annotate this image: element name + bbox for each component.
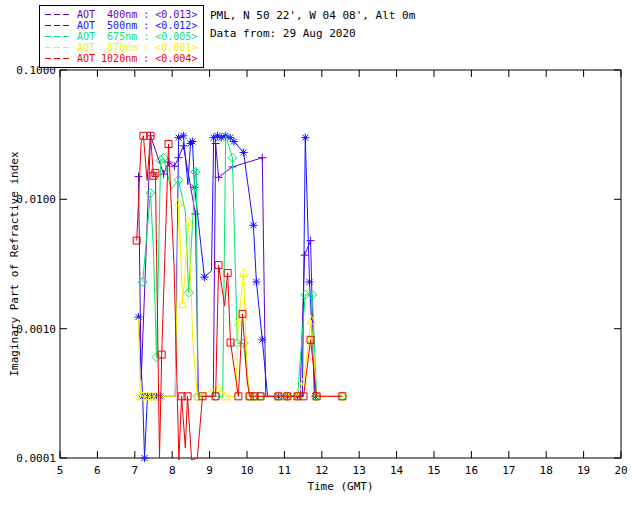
- svg-text:18: 18: [540, 464, 553, 477]
- header-date: Data from: 29 Aug 2020: [210, 25, 415, 43]
- aeronet-refractive-index-plot: AOT 400nm : <0.013>AOT 500nm : <0.012>AO…: [0, 0, 640, 512]
- legend-label-675nm: AOT 675nm : <0.005>: [77, 31, 197, 42]
- series-870nm: [136, 198, 346, 400]
- svg-text:6: 6: [94, 464, 101, 477]
- header-location: PML, N 50 22', W 04 08', Alt 0m: [210, 7, 415, 25]
- series-line-500nm: [139, 136, 316, 458]
- svg-text:0.0001: 0.0001: [16, 452, 56, 465]
- chart-svg: 5678910111213141516171819200.10000.01000…: [0, 0, 640, 512]
- svg-text:0.0010: 0.0010: [16, 323, 56, 336]
- legend-dash-swatch-870nm: [45, 47, 72, 48]
- svg-text:15: 15: [427, 464, 440, 477]
- x-axis-title: Time (GMT): [307, 480, 373, 493]
- svg-text:12: 12: [315, 464, 328, 477]
- svg-text:8: 8: [169, 464, 176, 477]
- y-axis-title: Imaginary Part of Refractive index: [8, 151, 21, 377]
- svg-text:7: 7: [131, 464, 138, 477]
- legend-item-400nm: AOT 400nm : <0.013>: [45, 9, 197, 20]
- legend-dash-swatch-500nm: [45, 25, 72, 26]
- series-500nm: [135, 132, 320, 462]
- svg-text:13: 13: [353, 464, 366, 477]
- svg-text:19: 19: [577, 464, 590, 477]
- svg-text:11: 11: [278, 464, 291, 477]
- legend-item-500nm: AOT 500nm : <0.012>: [45, 20, 197, 31]
- svg-text:5: 5: [57, 464, 64, 477]
- svg-text:0.0100: 0.0100: [16, 193, 56, 206]
- y-axis-tick-labels: 0.10000.01000.00100.0001: [16, 64, 56, 465]
- series-1020nm: [133, 132, 346, 460]
- svg-text:16: 16: [465, 464, 478, 477]
- legend-box: AOT 400nm : <0.013>AOT 500nm : <0.012>AO…: [39, 5, 204, 68]
- legend-dash-swatch-400nm: [45, 14, 72, 15]
- legend-label-870nm: AOT 870nm : <0.001>: [77, 42, 197, 53]
- svg-text:14: 14: [390, 464, 404, 477]
- svg-text:9: 9: [206, 464, 213, 477]
- legend-dash-swatch-1020nm: [45, 58, 72, 59]
- legend-label-400nm: AOT 400nm : <0.013>: [77, 9, 197, 20]
- svg-text:17: 17: [502, 464, 515, 477]
- legend-dash-swatch-675nm: [45, 36, 72, 37]
- legend-label-500nm: AOT 500nm : <0.012>: [77, 20, 197, 31]
- svg-text:20: 20: [614, 464, 627, 477]
- series-markers-500nm: [135, 132, 320, 462]
- legend-item-1020nm: AOT 1020nm : <0.004>: [45, 53, 197, 64]
- plot-header: PML, N 50 22', W 04 08', Alt 0m Data fro…: [210, 7, 415, 43]
- svg-text:10: 10: [240, 464, 253, 477]
- x-axis-tick-labels: 567891011121314151617181920: [57, 464, 628, 477]
- legend-label-1020nm: AOT 1020nm : <0.004>: [77, 53, 197, 64]
- legend-item-675nm: AOT 675nm : <0.005>: [45, 31, 197, 42]
- legend-item-870nm: AOT 870nm : <0.001>: [45, 42, 197, 53]
